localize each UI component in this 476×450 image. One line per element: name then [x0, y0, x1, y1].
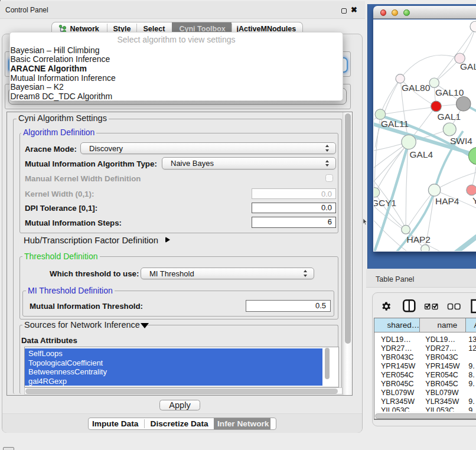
- svg-text:YL: YL: [472, 195, 476, 206]
- svg-text:GAL1: GAL1: [438, 112, 461, 122]
- svg-text:HAP2: HAP2: [407, 234, 431, 244]
- svg-text:GAL10: GAL10: [435, 87, 464, 97]
- svg-text:GAL80: GAL80: [402, 83, 431, 93]
- svg-text:GAL2: GAL2: [460, 61, 476, 71]
- svg-text:SWI4: SWI4: [450, 136, 472, 146]
- svg-text:GCY1: GCY1: [374, 198, 396, 208]
- svg-text:GAL4: GAL4: [410, 149, 433, 159]
- svg-text:GAL11: GAL11: [381, 119, 409, 129]
- svg-text:HAP4: HAP4: [435, 196, 459, 206]
